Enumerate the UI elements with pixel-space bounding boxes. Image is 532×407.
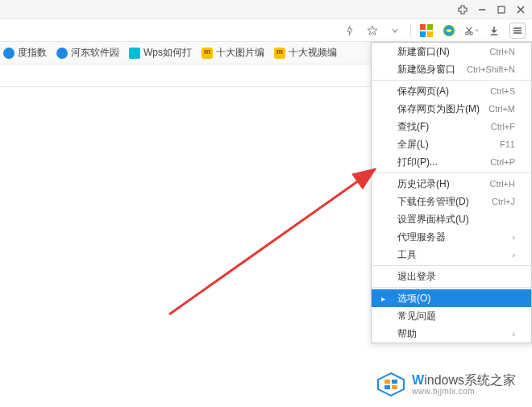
windows-logo-icon [375, 370, 407, 399]
menu-label: 保存网页为图片(M) [397, 102, 480, 116]
menu-label: 代理服务器 [397, 230, 446, 244]
microsoft-icon[interactable] [419, 23, 434, 38]
bookmark-item[interactable]: 十大视频编 [274, 46, 337, 60]
toolbar [0, 19, 532, 42]
menu-shortcut: F11 [500, 139, 515, 149]
bookmark-favicon-icon [129, 48, 140, 59]
menu-item-logout[interactable]: 退出登录 [372, 268, 531, 285]
chevron-right-icon: › [513, 330, 515, 338]
bookmark-label: 河东软件园 [71, 46, 119, 60]
svg-point-11 [470, 31, 472, 34]
menu-item-tools[interactable]: 工具 › [372, 246, 531, 264]
bookmark-item[interactable]: 河东软件园 [56, 46, 119, 60]
menu-shortcut: Ctrl+F [491, 122, 515, 131]
main-dropdown-menu: 新建窗口(N) Ctrl+N 新建隐身窗口 Ctrl+Shift+N 保存网页(… [371, 42, 532, 343]
menu-label: 新建隐身窗口 [397, 63, 455, 77]
watermark: Windows系统之家 www.bjjmlx.com [375, 370, 516, 399]
bookmark-label: Wps如何打 [143, 46, 192, 60]
menu-shortcut: Ctrl+P [490, 157, 515, 167]
menu-item-options[interactable]: 选项(O) [372, 289, 531, 307]
menu-label: 工具 [397, 248, 417, 262]
menu-item-find[interactable]: 查找(F) Ctrl+F [372, 118, 531, 135]
menu-shortcut: Ctrl+Shift+N [467, 64, 515, 74]
svg-rect-6 [420, 31, 426, 37]
menu-divider [372, 80, 531, 81]
favorite-icon[interactable] [365, 23, 380, 38]
menu-item-new-window[interactable]: 新建窗口(N) Ctrl+N [372, 43, 531, 60]
bookmark-item[interactable]: Wps如何打 [129, 46, 192, 60]
menu-item-print[interactable]: 打印(P)... Ctrl+P [372, 153, 531, 171]
menu-label: 选项(O) [397, 292, 430, 305]
menu-item-ui-style[interactable]: 设置界面样式(U) [372, 210, 531, 228]
menu-item-fullscreen[interactable]: 全屏(L) F11 [372, 135, 531, 153]
menu-label: 打印(P)... [397, 156, 438, 169]
maximize-button[interactable] [493, 2, 509, 18]
bookmark-item[interactable]: 度指数 [3, 46, 47, 60]
svg-rect-1 [498, 6, 505, 13]
svg-rect-4 [420, 24, 426, 30]
svg-rect-19 [384, 380, 390, 384]
menu-shortcut: Ctrl+H [490, 179, 515, 189]
menu-label: 下载任务管理(D) [397, 195, 469, 209]
menu-shortcut: Ctrl+N [490, 47, 515, 56]
globe-icon[interactable] [442, 23, 456, 38]
menu-divider [372, 287, 531, 288]
svg-rect-21 [384, 385, 390, 389]
menu-label: 退出登录 [397, 270, 436, 284]
menu-item-history[interactable]: 历史记录(H) Ctrl+H [372, 175, 531, 193]
chevron-right-icon: › [513, 233, 515, 242]
bookmark-label: 十大视频编 [289, 46, 337, 60]
svg-rect-22 [392, 385, 397, 389]
menu-shortcut: Ctrl+M [488, 104, 515, 114]
bookmark-favicon-icon [274, 48, 285, 59]
watermark-text: Windows系统之家 www.bjjmlx.com [412, 373, 516, 397]
menu-label: 查找(F) [397, 120, 429, 134]
menu-label: 保存网页(A) [397, 85, 449, 98]
svg-rect-20 [392, 380, 397, 384]
minimize-button[interactable] [474, 2, 490, 18]
menu-label: 常见问题 [397, 309, 436, 323]
extension-icon[interactable] [455, 2, 471, 18]
watermark-title: Windows系统之家 [412, 373, 516, 388]
bookmark-favicon-icon [3, 48, 15, 59]
titlebar [0, 0, 532, 19]
menu-item-save-as-image[interactable]: 保存网页为图片(M) Ctrl+M [372, 100, 531, 118]
watermark-url: www.bjjmlx.com [412, 387, 516, 396]
bookmark-item[interactable]: 十大图片编 [202, 46, 264, 60]
separator [410, 24, 411, 37]
menu-shortcut: Ctrl+S [490, 86, 515, 96]
speed-icon[interactable] [343, 23, 357, 38]
download-icon[interactable] [487, 23, 501, 38]
menu-label: 新建窗口(N) [397, 45, 450, 59]
menu-label: 帮助 [397, 327, 417, 341]
chevron-right-icon: › [513, 251, 515, 260]
menu-item-faq[interactable]: 常见问题 [372, 307, 531, 325]
hamburger-menu-button[interactable] [509, 23, 526, 39]
menu-shortcut: Ctrl+J [492, 197, 515, 206]
bookmark-favicon-icon [56, 48, 68, 59]
bookmark-label: 度指数 [18, 46, 47, 60]
menu-item-save-page[interactable]: 保存网页(A) Ctrl+S [372, 82, 531, 100]
menu-divider [372, 265, 531, 266]
scissors-icon[interactable] [464, 23, 479, 38]
menu-divider [372, 172, 531, 173]
svg-rect-5 [427, 24, 433, 30]
dropdown-chevron-icon[interactable] [388, 23, 402, 38]
svg-point-10 [466, 31, 468, 34]
menu-item-help[interactable]: 帮助 › [372, 325, 531, 343]
bookmark-label: 十大图片编 [216, 46, 264, 60]
svg-rect-7 [427, 31, 433, 37]
menu-item-new-incognito[interactable]: 新建隐身窗口 Ctrl+Shift+N [372, 60, 531, 78]
menu-item-proxy[interactable]: 代理服务器 › [372, 228, 531, 246]
close-button[interactable] [513, 2, 529, 18]
menu-label: 设置界面样式(U) [397, 213, 469, 226]
menu-item-downloads[interactable]: 下载任务管理(D) Ctrl+J [372, 193, 531, 210]
menu-label: 历史记录(H) [397, 177, 450, 191]
bookmark-favicon-icon [202, 48, 213, 59]
menu-label: 全屏(L) [397, 138, 429, 152]
